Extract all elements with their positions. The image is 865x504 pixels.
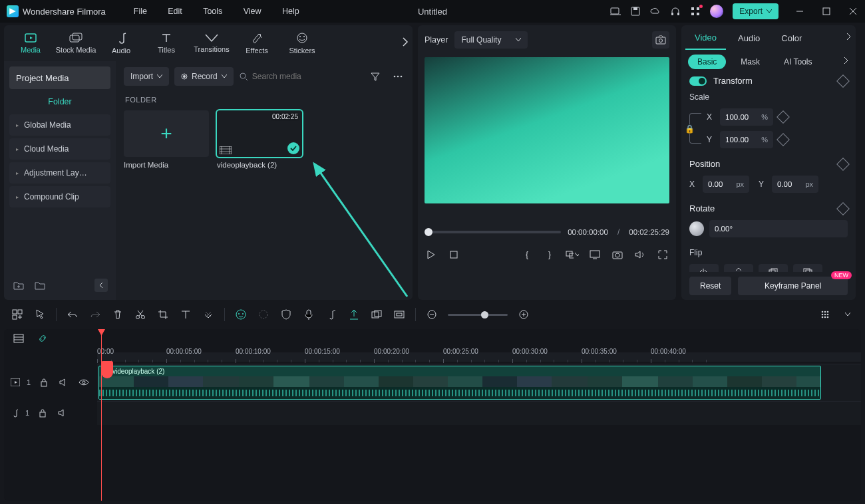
more-tools-icon[interactable] (202, 308, 215, 321)
scale-link-icon[interactable]: 🔒 (689, 113, 701, 144)
preview-scrubber[interactable] (425, 231, 561, 233)
grid-view-icon[interactable] (818, 308, 832, 321)
marker-tool-icon[interactable] (347, 308, 361, 321)
camera-icon[interactable] (611, 248, 624, 261)
mark-out-icon[interactable]: } (543, 248, 556, 261)
record-dropdown[interactable]: Record (174, 67, 234, 86)
music-icon[interactable] (325, 308, 338, 321)
crop-icon[interactable] (156, 308, 170, 321)
zoom-handle[interactable] (481, 311, 488, 318)
folder-icon[interactable] (33, 279, 47, 292)
module-titles[interactable]: Titles (145, 29, 188, 58)
module-stock-media[interactable]: Stock Media (55, 29, 97, 58)
stop-icon[interactable] (447, 248, 460, 261)
reset-button[interactable]: Reset (689, 277, 731, 295)
rotate-keyframe-icon[interactable] (836, 202, 850, 215)
lock-audio-icon[interactable] (36, 406, 49, 420)
zoom-in-icon[interactable] (517, 308, 530, 321)
window-minimize[interactable] (794, 6, 805, 17)
tab-audio[interactable]: Audio (729, 27, 769, 49)
mute-audio-icon[interactable] (56, 406, 69, 420)
media-clip-tile[interactable]: 00:02:25 videoplayback (2) (217, 110, 302, 169)
user-avatar[interactable] (710, 5, 723, 18)
volume-icon[interactable] (633, 248, 647, 261)
visibility-icon[interactable] (77, 376, 90, 389)
module-transitions[interactable]: Transitions (190, 29, 233, 57)
quality-select[interactable]: Full Quality (454, 31, 528, 49)
scale-y-keyframe[interactable] (777, 133, 790, 146)
display-icon[interactable] (588, 248, 602, 261)
menu-edit[interactable]: Edit (158, 7, 192, 16)
scale-y-input[interactable]: 100.00% (720, 131, 773, 148)
shield-icon[interactable] (279, 308, 293, 321)
playhead[interactable] (101, 329, 102, 501)
flip-vertical-button[interactable] (724, 264, 753, 272)
pointer-icon[interactable] (33, 308, 47, 321)
copy-icon[interactable] (370, 308, 383, 321)
project-media-heading[interactable]: Project Media (9, 66, 110, 89)
sidebar-item-global-media[interactable]: Global Media (9, 114, 110, 136)
pos-y-input[interactable]: 0.00px (772, 176, 818, 193)
overlay-icon[interactable] (566, 248, 579, 261)
search-media-input[interactable] (252, 72, 325, 81)
zoom-out-icon[interactable] (425, 308, 438, 321)
module-audio[interactable]: Audio (100, 28, 142, 59)
transform-keyframe-icon[interactable] (836, 74, 850, 88)
scale-x-input[interactable]: 100.00% (720, 108, 773, 126)
redo-icon[interactable] (88, 308, 102, 321)
flip-copy2-button[interactable] (793, 264, 822, 272)
subtab-basic[interactable]: Basic (688, 55, 726, 69)
window-close[interactable] (848, 6, 858, 17)
headphones-icon[interactable] (670, 6, 681, 17)
undo-icon[interactable] (66, 308, 79, 321)
modules-scroll-right-icon[interactable] (402, 37, 409, 47)
lock-track-icon[interactable] (37, 376, 51, 389)
audio-track-body[interactable] (97, 401, 861, 425)
text-icon[interactable] (179, 308, 192, 321)
scale-x-keyframe[interactable] (777, 110, 790, 124)
menu-help[interactable]: Help (273, 7, 309, 16)
menu-tools[interactable]: Tools (194, 7, 232, 16)
delete-icon[interactable] (111, 308, 124, 321)
play-icon[interactable] (425, 248, 438, 261)
timeline-marker[interactable] (101, 361, 113, 378)
filter-icon[interactable] (369, 70, 382, 83)
folder-link[interactable]: Folder (9, 92, 110, 112)
device-icon[interactable] (610, 6, 621, 17)
video-track-body[interactable]: videoplayback (2) (97, 364, 861, 401)
tab-video[interactable]: Video (685, 27, 726, 50)
menu-file[interactable]: File (124, 7, 156, 16)
layout-icon[interactable] (11, 308, 24, 321)
more-icon[interactable] (391, 70, 405, 83)
mark-in-icon[interactable]: { (520, 248, 534, 261)
timeline-ruler[interactable]: 00:0000:00:05:0000:00:10:0000:00:15:0000… (97, 348, 861, 364)
subtab-mask[interactable]: Mask (731, 55, 769, 69)
snapshot-icon[interactable] (652, 31, 669, 49)
subtab-aitools[interactable]: AI Tools (775, 55, 821, 69)
settings-icon[interactable] (841, 308, 854, 321)
sidebar-item-cloud-media[interactable]: Cloud Media (9, 138, 110, 160)
module-media[interactable]: Media (9, 29, 52, 58)
collapse-sidebar-icon[interactable] (94, 279, 108, 292)
tabs-more-icon[interactable] (846, 33, 852, 41)
cloud-icon[interactable] (650, 6, 661, 17)
module-stickers[interactable]: Stickers (281, 28, 323, 59)
subtabs-more-icon[interactable] (844, 57, 849, 64)
transform-toggle[interactable] (689, 76, 707, 86)
color-icon[interactable] (257, 308, 270, 321)
window-maximize[interactable] (821, 6, 832, 17)
module-effects[interactable]: Effects (236, 28, 278, 59)
timeline-clip[interactable]: videoplayback (2) (98, 366, 821, 400)
pos-x-input[interactable]: 0.00px (703, 176, 749, 193)
import-dropdown[interactable]: Import (124, 67, 169, 86)
tab-color[interactable]: Color (772, 27, 811, 49)
sidebar-item-adjustment-layer[interactable]: Adjustment Lay… (9, 162, 110, 184)
ai-face-icon[interactable] (234, 308, 248, 321)
menu-view[interactable]: View (234, 7, 271, 16)
track-layout-icon[interactable] (12, 332, 25, 345)
keyframe-panel-button[interactable]: Keyframe PanelNEW (738, 277, 848, 295)
split-icon[interactable] (134, 308, 147, 321)
flip-horizontal-button[interactable] (689, 264, 719, 272)
flip-copy1-button[interactable] (759, 264, 788, 272)
preview-canvas[interactable] (425, 57, 669, 203)
